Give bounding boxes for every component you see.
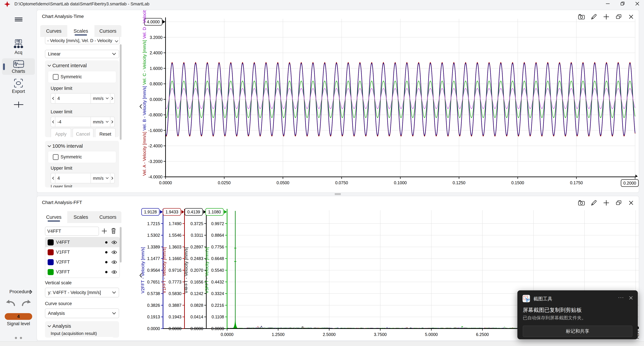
svg-text:0.1242: 0.1242 — [190, 291, 203, 296]
tab-cursors[interactable]: Cursors — [94, 25, 122, 37]
curve-source-select[interactable]: Analysis — [45, 309, 119, 318]
minimize-button[interactable] — [604, 0, 612, 7]
unit-select[interactable]: mm/s — [91, 117, 110, 127]
svg-text:0.1943: 0.1943 — [169, 315, 182, 319]
vertical-scale-select[interactable]: y: V4FFT - Velocity [mm/s] — [45, 288, 119, 297]
decrement-button[interactable] — [51, 93, 55, 104]
close-window-button[interactable] — [634, 0, 641, 7]
svg-text:0.0000: 0.0000 — [190, 326, 203, 331]
curve-row-v3fft[interactable]: V3FFT — [45, 267, 120, 277]
time-chart-plot[interactable]: 4.00003.20002.40001.60000.80000.0000-0.8… — [37, 10, 639, 192]
svg-text:-3.2000: -3.2000 — [148, 159, 162, 164]
point-style-dot-icon[interactable] — [105, 261, 108, 264]
hamburger-menu-button[interactable] — [15, 17, 22, 22]
undo-button[interactable] — [5, 298, 16, 307]
tab-scales[interactable]: Scales — [67, 25, 94, 37]
add-curve-icon[interactable] — [101, 228, 107, 234]
symmetric-checkbox[interactable] — [53, 74, 58, 80]
title-bar: D:\Optomet\demo\SmartLab data\SmartFiber… — [0, 0, 644, 8]
svg-text:-4.0000: -4.0000 — [148, 175, 162, 179]
svg-text:1.2500: 1.2500 — [272, 332, 284, 337]
signal-level-label: Signal level — [0, 321, 37, 326]
collapse-sidebar-chevron[interactable] — [139, 273, 142, 278]
tab-curves[interactable]: Curves — [40, 25, 67, 37]
time-tabbar: Curves Scales Cursors — [40, 25, 122, 37]
point-style-dot-icon[interactable] — [105, 251, 108, 254]
window-controls — [604, 0, 641, 7]
toast-close-icon[interactable] — [629, 296, 633, 300]
mark-and-share-button[interactable]: 标记和共享 — [523, 326, 632, 337]
increment-button[interactable] — [110, 117, 115, 127]
curve-row-v4fft[interactable]: V4FFT — [45, 237, 120, 247]
curve-search-input[interactable]: V4FFT — [45, 227, 99, 236]
visibility-eye-icon[interactable] — [111, 250, 117, 254]
symmetric-checkbox[interactable] — [53, 154, 58, 160]
bottom-strip — [0, 341, 644, 346]
curve-row-v2fft[interactable]: V2FFT — [45, 257, 120, 267]
delete-curve-icon[interactable] — [111, 228, 116, 234]
svg-text:0.0000: 0.0000 — [211, 326, 224, 331]
sidebar-item-charts[interactable]: Charts — [2, 58, 35, 75]
svg-text:0.2897: 0.2897 — [190, 245, 203, 249]
tab-cursors[interactable]: Cursors — [94, 211, 122, 223]
svg-text:0.4432: 0.4432 — [211, 280, 224, 284]
add-view-button[interactable] — [14, 102, 23, 108]
curve-row-v1fft[interactable]: V1FFT — [45, 247, 120, 257]
sidebar-item-export[interactable]: Export — [0, 78, 37, 94]
lower-limit-input[interactable]: -4 — [55, 117, 91, 127]
reset-button[interactable]: Reset — [95, 128, 116, 137]
visibility-eye-icon[interactable] — [111, 270, 117, 274]
sidebar-item-acq[interactable]: Acq — [0, 39, 37, 55]
svg-text:0.1913: 0.1913 — [147, 315, 160, 319]
tab-scales[interactable]: Scales — [67, 211, 94, 223]
chevron-right-icon — [30, 290, 32, 294]
svg-text:0.7773: 0.7773 — [169, 280, 182, 284]
upper-limit-spinner: 4 mm/s — [51, 173, 115, 183]
increment-button[interactable] — [110, 93, 115, 104]
svg-text:0.4139: 0.4139 — [187, 210, 200, 214]
decrement-button[interactable] — [51, 173, 55, 183]
svg-text:0.7756: 0.7756 — [211, 245, 224, 249]
analysis-section: Analysis Input (acquisition result) — [45, 321, 119, 338]
chevron-down-icon[interactable] — [48, 65, 51, 67]
upper-limit-input[interactable]: 4 — [55, 173, 91, 183]
procedure-label: Procedure — [10, 289, 31, 294]
analysis-input-clipped[interactable] — [51, 337, 114, 338]
restore-button[interactable] — [619, 0, 626, 7]
curve-list-scrollbar[interactable] — [120, 227, 122, 263]
lower-limit-spinner: -4 mm/s — [51, 117, 115, 127]
visibility-eye-icon[interactable] — [111, 240, 117, 244]
upper-limit-input[interactable]: 4 — [55, 93, 91, 104]
redo-button[interactable] — [21, 298, 32, 307]
cancel-button[interactable]: Cancel — [72, 128, 94, 137]
signal-level-badge: 4 — [5, 313, 32, 320]
point-style-dot-icon[interactable] — [105, 241, 108, 244]
sidebar-item-label: Acq — [14, 50, 22, 55]
procedure-row[interactable]: Procedure — [0, 288, 37, 296]
chevron-down-icon[interactable] — [48, 325, 51, 328]
scale-type-select[interactable]: Linear — [45, 50, 119, 58]
application-window: D:\Optomet\demo\SmartLab data\SmartFiber… — [0, 0, 644, 346]
tab-curves[interactable]: Curves — [40, 211, 67, 223]
symmetric-box: Symmetric — [48, 71, 116, 83]
unit-select[interactable]: mm/s — [91, 93, 110, 104]
decrement-button[interactable] — [51, 117, 55, 127]
app-logo-icon — [4, 1, 10, 7]
panel-splitter[interactable] — [36, 193, 638, 195]
toast-more-button[interactable]: ··· — [618, 294, 624, 300]
chevron-down-icon[interactable] — [48, 145, 51, 147]
svg-text:1.5546: 1.5546 — [169, 233, 182, 238]
symmetric-box: Symmetric — [48, 151, 116, 163]
apply-button[interactable]: Apply — [51, 128, 71, 137]
collapse-sidebar-chevron[interactable] — [139, 104, 142, 109]
svg-text:0.3725: 0.3725 — [190, 221, 203, 226]
controls-scrollbar[interactable] — [120, 44, 122, 140]
unit-select[interactable]: mm/s — [91, 173, 110, 183]
sidebar-item-label: Charts — [2, 69, 35, 74]
visibility-eye-icon[interactable] — [111, 260, 117, 264]
snipping-tool-icon — [522, 295, 530, 303]
point-style-dot-icon[interactable] — [105, 271, 108, 273]
increment-button[interactable] — [110, 173, 115, 183]
scale-target-select[interactable]: - Velocity [mm/s], Vel. D - Velocity [mm… — [45, 37, 120, 44]
snipping-tool-toast[interactable]: 截图工具 ··· 屏幕截图已复制到剪贴板 已自动保存到屏幕截图文件夹。 标记和共… — [518, 290, 638, 339]
